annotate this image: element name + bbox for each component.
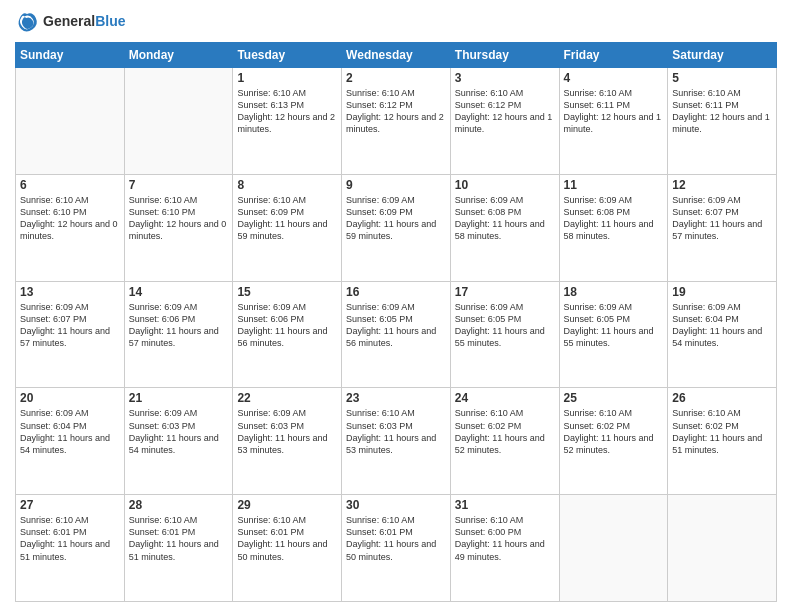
col-header-thursday: Thursday (450, 43, 559, 68)
day-number: 13 (20, 285, 120, 299)
day-number: 9 (346, 178, 446, 192)
day-info: Sunrise: 6:10 AM Sunset: 6:02 PM Dayligh… (564, 407, 664, 456)
calendar-cell (16, 68, 125, 175)
day-number: 16 (346, 285, 446, 299)
calendar-cell: 14Sunrise: 6:09 AM Sunset: 6:06 PM Dayli… (124, 281, 233, 388)
day-number: 2 (346, 71, 446, 85)
col-header-friday: Friday (559, 43, 668, 68)
day-number: 27 (20, 498, 120, 512)
calendar-cell: 30Sunrise: 6:10 AM Sunset: 6:01 PM Dayli… (342, 495, 451, 602)
day-info: Sunrise: 6:09 AM Sunset: 6:04 PM Dayligh… (20, 407, 120, 456)
calendar-cell: 9Sunrise: 6:09 AM Sunset: 6:09 PM Daylig… (342, 174, 451, 281)
calendar-cell: 11Sunrise: 6:09 AM Sunset: 6:08 PM Dayli… (559, 174, 668, 281)
calendar-cell: 21Sunrise: 6:09 AM Sunset: 6:03 PM Dayli… (124, 388, 233, 495)
day-info: Sunrise: 6:10 AM Sunset: 6:10 PM Dayligh… (129, 194, 229, 243)
day-number: 22 (237, 391, 337, 405)
day-info: Sunrise: 6:10 AM Sunset: 6:01 PM Dayligh… (346, 514, 446, 563)
day-info: Sunrise: 6:10 AM Sunset: 6:02 PM Dayligh… (672, 407, 772, 456)
col-header-tuesday: Tuesday (233, 43, 342, 68)
day-number: 5 (672, 71, 772, 85)
day-info: Sunrise: 6:09 AM Sunset: 6:07 PM Dayligh… (672, 194, 772, 243)
calendar-cell: 26Sunrise: 6:10 AM Sunset: 6:02 PM Dayli… (668, 388, 777, 495)
calendar-cell: 5Sunrise: 6:10 AM Sunset: 6:11 PM Daylig… (668, 68, 777, 175)
day-number: 17 (455, 285, 555, 299)
day-info: Sunrise: 6:10 AM Sunset: 6:01 PM Dayligh… (20, 514, 120, 563)
day-number: 31 (455, 498, 555, 512)
day-number: 11 (564, 178, 664, 192)
calendar-cell: 15Sunrise: 6:09 AM Sunset: 6:06 PM Dayli… (233, 281, 342, 388)
calendar-cell: 8Sunrise: 6:10 AM Sunset: 6:09 PM Daylig… (233, 174, 342, 281)
day-info: Sunrise: 6:10 AM Sunset: 6:01 PM Dayligh… (129, 514, 229, 563)
calendar-cell: 22Sunrise: 6:09 AM Sunset: 6:03 PM Dayli… (233, 388, 342, 495)
day-number: 3 (455, 71, 555, 85)
logo-icon (15, 10, 39, 34)
calendar-cell: 7Sunrise: 6:10 AM Sunset: 6:10 PM Daylig… (124, 174, 233, 281)
day-info: Sunrise: 6:10 AM Sunset: 6:02 PM Dayligh… (455, 407, 555, 456)
day-number: 14 (129, 285, 229, 299)
day-number: 24 (455, 391, 555, 405)
day-info: Sunrise: 6:10 AM Sunset: 6:09 PM Dayligh… (237, 194, 337, 243)
day-number: 25 (564, 391, 664, 405)
col-header-sunday: Sunday (16, 43, 125, 68)
calendar-cell (559, 495, 668, 602)
day-info: Sunrise: 6:09 AM Sunset: 6:05 PM Dayligh… (346, 301, 446, 350)
day-number: 1 (237, 71, 337, 85)
day-info: Sunrise: 6:09 AM Sunset: 6:06 PM Dayligh… (129, 301, 229, 350)
calendar-cell: 24Sunrise: 6:10 AM Sunset: 6:02 PM Dayli… (450, 388, 559, 495)
calendar-cell: 23Sunrise: 6:10 AM Sunset: 6:03 PM Dayli… (342, 388, 451, 495)
day-number: 4 (564, 71, 664, 85)
day-number: 7 (129, 178, 229, 192)
day-info: Sunrise: 6:10 AM Sunset: 6:11 PM Dayligh… (672, 87, 772, 136)
calendar-cell: 19Sunrise: 6:09 AM Sunset: 6:04 PM Dayli… (668, 281, 777, 388)
calendar-cell: 2Sunrise: 6:10 AM Sunset: 6:12 PM Daylig… (342, 68, 451, 175)
day-number: 18 (564, 285, 664, 299)
calendar-table: SundayMondayTuesdayWednesdayThursdayFrid… (15, 42, 777, 602)
col-header-wednesday: Wednesday (342, 43, 451, 68)
day-info: Sunrise: 6:10 AM Sunset: 6:00 PM Dayligh… (455, 514, 555, 563)
calendar-cell: 20Sunrise: 6:09 AM Sunset: 6:04 PM Dayli… (16, 388, 125, 495)
day-number: 30 (346, 498, 446, 512)
calendar-cell: 31Sunrise: 6:10 AM Sunset: 6:00 PM Dayli… (450, 495, 559, 602)
day-info: Sunrise: 6:10 AM Sunset: 6:12 PM Dayligh… (455, 87, 555, 136)
calendar-cell: 18Sunrise: 6:09 AM Sunset: 6:05 PM Dayli… (559, 281, 668, 388)
col-header-saturday: Saturday (668, 43, 777, 68)
calendar-cell: 29Sunrise: 6:10 AM Sunset: 6:01 PM Dayli… (233, 495, 342, 602)
day-info: Sunrise: 6:09 AM Sunset: 6:03 PM Dayligh… (237, 407, 337, 456)
day-info: Sunrise: 6:10 AM Sunset: 6:03 PM Dayligh… (346, 407, 446, 456)
day-info: Sunrise: 6:09 AM Sunset: 6:06 PM Dayligh… (237, 301, 337, 350)
logo-text: GeneralBlue (43, 14, 125, 29)
day-info: Sunrise: 6:09 AM Sunset: 6:09 PM Dayligh… (346, 194, 446, 243)
calendar-header-row: SundayMondayTuesdayWednesdayThursdayFrid… (16, 43, 777, 68)
day-number: 28 (129, 498, 229, 512)
day-number: 10 (455, 178, 555, 192)
week-row-4: 20Sunrise: 6:09 AM Sunset: 6:04 PM Dayli… (16, 388, 777, 495)
calendar-cell: 25Sunrise: 6:10 AM Sunset: 6:02 PM Dayli… (559, 388, 668, 495)
day-info: Sunrise: 6:09 AM Sunset: 6:03 PM Dayligh… (129, 407, 229, 456)
day-info: Sunrise: 6:10 AM Sunset: 6:13 PM Dayligh… (237, 87, 337, 136)
calendar-cell: 12Sunrise: 6:09 AM Sunset: 6:07 PM Dayli… (668, 174, 777, 281)
day-info: Sunrise: 6:09 AM Sunset: 6:05 PM Dayligh… (564, 301, 664, 350)
week-row-2: 6Sunrise: 6:10 AM Sunset: 6:10 PM Daylig… (16, 174, 777, 281)
day-number: 19 (672, 285, 772, 299)
logo: GeneralBlue (15, 10, 125, 34)
page-header: GeneralBlue (15, 10, 777, 34)
calendar-cell (668, 495, 777, 602)
col-header-monday: Monday (124, 43, 233, 68)
calendar-cell: 4Sunrise: 6:10 AM Sunset: 6:11 PM Daylig… (559, 68, 668, 175)
week-row-5: 27Sunrise: 6:10 AM Sunset: 6:01 PM Dayli… (16, 495, 777, 602)
day-info: Sunrise: 6:09 AM Sunset: 6:05 PM Dayligh… (455, 301, 555, 350)
day-number: 12 (672, 178, 772, 192)
day-info: Sunrise: 6:09 AM Sunset: 6:07 PM Dayligh… (20, 301, 120, 350)
calendar-cell (124, 68, 233, 175)
calendar-cell: 1Sunrise: 6:10 AM Sunset: 6:13 PM Daylig… (233, 68, 342, 175)
calendar-cell: 16Sunrise: 6:09 AM Sunset: 6:05 PM Dayli… (342, 281, 451, 388)
week-row-3: 13Sunrise: 6:09 AM Sunset: 6:07 PM Dayli… (16, 281, 777, 388)
day-number: 20 (20, 391, 120, 405)
day-info: Sunrise: 6:09 AM Sunset: 6:08 PM Dayligh… (455, 194, 555, 243)
day-number: 15 (237, 285, 337, 299)
day-number: 6 (20, 178, 120, 192)
calendar-cell: 13Sunrise: 6:09 AM Sunset: 6:07 PM Dayli… (16, 281, 125, 388)
day-info: Sunrise: 6:10 AM Sunset: 6:10 PM Dayligh… (20, 194, 120, 243)
day-number: 8 (237, 178, 337, 192)
day-number: 26 (672, 391, 772, 405)
